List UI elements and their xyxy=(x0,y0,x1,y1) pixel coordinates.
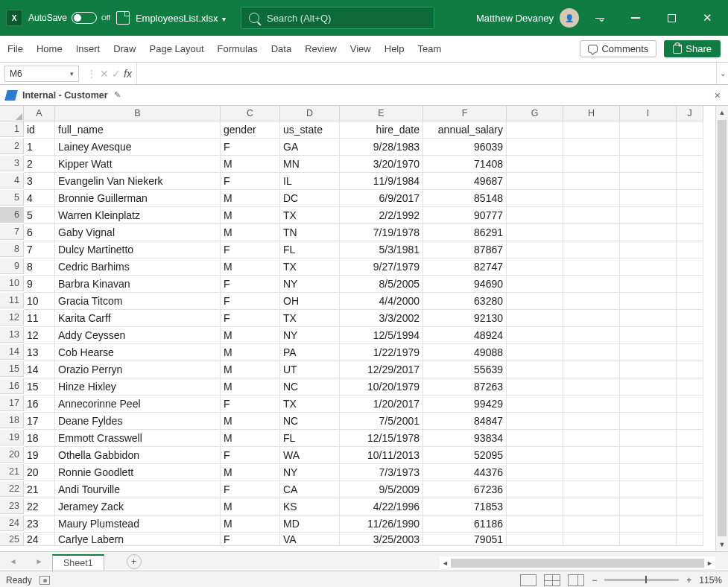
cell[interactable] xyxy=(563,139,620,156)
cell[interactable]: F xyxy=(221,396,280,413)
row-header-23[interactable]: 23 xyxy=(0,498,24,514)
cell[interactable]: Addy Ceyssen xyxy=(55,327,221,344)
cell[interactable] xyxy=(507,173,563,190)
row-header-15[interactable]: 15 xyxy=(0,361,24,377)
cell[interactable]: 8 xyxy=(24,258,55,276)
cell[interactable] xyxy=(620,327,677,344)
cell[interactable]: F xyxy=(221,533,280,546)
cell[interactable]: 7/5/2001 xyxy=(340,413,423,430)
zoom-level[interactable]: 115% xyxy=(699,575,722,586)
cell[interactable] xyxy=(677,310,703,327)
cell[interactable] xyxy=(563,378,620,396)
cell[interactable]: TX xyxy=(280,396,340,413)
cell[interactable]: 22 xyxy=(24,498,55,515)
autosave[interactable]: AutoSave Off xyxy=(28,12,110,24)
cell[interactable] xyxy=(620,378,677,396)
cell[interactable]: 18 xyxy=(24,430,55,447)
cell[interactable]: NY xyxy=(280,327,340,344)
cell[interactable] xyxy=(563,481,620,498)
cell[interactable]: 71853 xyxy=(423,498,507,515)
cell[interactable]: 1/22/1979 xyxy=(340,344,423,361)
zoom-out-icon[interactable]: − xyxy=(592,575,597,586)
cell[interactable] xyxy=(507,224,563,241)
cell[interactable]: VA xyxy=(280,533,340,546)
select-all-corner[interactable] xyxy=(0,106,24,121)
cell[interactable] xyxy=(507,344,563,361)
scrollbar-thumb[interactable] xyxy=(451,559,704,568)
cell[interactable]: 90777 xyxy=(423,207,507,224)
cell[interactable]: 52095 xyxy=(423,447,507,464)
cell[interactable] xyxy=(620,241,677,258)
fx-icon[interactable]: fx xyxy=(124,68,132,80)
row-header-13[interactable]: 13 xyxy=(0,327,24,343)
cell[interactable] xyxy=(677,327,703,344)
cell[interactable]: 92130 xyxy=(423,310,507,327)
tab-file[interactable]: File xyxy=(7,43,23,54)
cell[interactable]: 2 xyxy=(24,156,55,173)
cell[interactable]: 12/29/2017 xyxy=(340,361,423,378)
cell[interactable]: 7/19/1978 xyxy=(340,224,423,241)
cell[interactable] xyxy=(620,276,677,293)
cell[interactable]: 7/3/1973 xyxy=(340,464,423,481)
cell[interactable]: 17 xyxy=(24,413,55,430)
cell[interactable]: F xyxy=(221,139,280,156)
cell[interactable] xyxy=(507,533,563,546)
cell[interactable] xyxy=(563,464,620,481)
cell[interactable]: Cedric Barhims xyxy=(55,258,221,276)
cell[interactable] xyxy=(563,224,620,241)
tab-formulas[interactable]: Formulas xyxy=(218,43,258,54)
cell[interactable] xyxy=(620,258,677,276)
cell[interactable]: 6/9/2017 xyxy=(340,190,423,207)
column-header-J[interactable]: J xyxy=(677,106,703,121)
scrollbar-thumb[interactable] xyxy=(718,120,727,536)
tab-insert[interactable]: Insert xyxy=(76,43,101,54)
cell[interactable]: Ronnie Goodlett xyxy=(55,464,221,481)
cell[interactable]: M xyxy=(221,190,280,207)
cell[interactable] xyxy=(677,241,703,258)
cell[interactable] xyxy=(620,293,677,310)
cell[interactable] xyxy=(507,327,563,344)
cell[interactable] xyxy=(677,533,703,546)
cell[interactable] xyxy=(620,464,677,481)
cell[interactable]: 61186 xyxy=(423,515,507,533)
cell[interactable] xyxy=(507,121,563,139)
cell[interactable]: DC xyxy=(280,190,340,207)
tab-draw[interactable]: Draw xyxy=(113,43,136,54)
cell[interactable]: 10/11/2013 xyxy=(340,447,423,464)
row-header-11[interactable]: 11 xyxy=(0,293,24,308)
cell[interactable] xyxy=(677,515,703,533)
cell[interactable]: 99429 xyxy=(423,396,507,413)
page-layout-view-icon[interactable] xyxy=(544,574,560,586)
row-header-24[interactable]: 24 xyxy=(0,515,24,531)
cell[interactable]: 85148 xyxy=(423,190,507,207)
cell[interactable]: Dulcy Martinetto xyxy=(55,241,221,258)
cell[interactable] xyxy=(677,173,703,190)
cell[interactable]: 9/28/1983 xyxy=(340,139,423,156)
cell[interactable]: Warren Kleinplatz xyxy=(55,207,221,224)
cell[interactable]: GA xyxy=(280,139,340,156)
cell[interactable]: F xyxy=(221,276,280,293)
column-header-E[interactable]: E xyxy=(340,106,423,121)
cell[interactable]: Barbra Kinavan xyxy=(55,276,221,293)
cell[interactable]: 12/5/1994 xyxy=(340,327,423,344)
cell[interactable] xyxy=(507,276,563,293)
cell[interactable]: Karita Carff xyxy=(55,310,221,327)
cell[interactable] xyxy=(507,447,563,464)
row-header-18[interactable]: 18 xyxy=(0,413,24,428)
cell[interactable]: F xyxy=(221,310,280,327)
username[interactable]: Matthew Devaney xyxy=(476,13,554,24)
cell[interactable]: PA xyxy=(280,344,340,361)
cell[interactable]: NY xyxy=(280,464,340,481)
cell[interactable] xyxy=(507,293,563,310)
row-header-1[interactable]: 1 xyxy=(0,121,24,137)
cell[interactable] xyxy=(563,173,620,190)
cell[interactable]: 21 xyxy=(24,481,55,498)
cell[interactable] xyxy=(620,207,677,224)
cell[interactable]: Andi Tourville xyxy=(55,481,221,498)
tab-help[interactable]: Help xyxy=(384,43,405,54)
name-box[interactable]: M6 ▾ xyxy=(4,66,79,82)
zoom-slider[interactable] xyxy=(604,579,679,581)
cell[interactable]: M xyxy=(221,378,280,396)
cell[interactable] xyxy=(677,361,703,378)
cell[interactable]: TX xyxy=(280,258,340,276)
